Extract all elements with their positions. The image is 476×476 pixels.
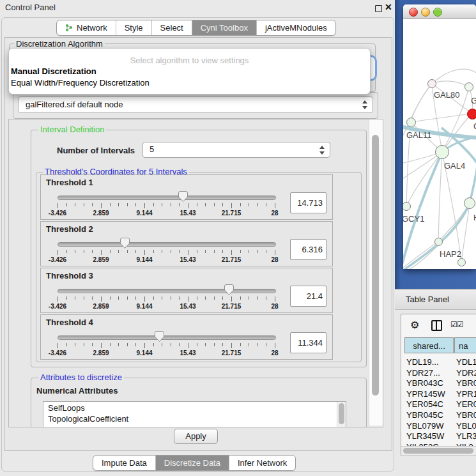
number-of-intervals-spinner[interactable]: 5 xyxy=(142,142,330,158)
dropdown-item-1[interactable]: Equal Width/Frequency Discretization xyxy=(11,78,150,88)
tick-mark xyxy=(266,296,266,300)
tick-mark xyxy=(144,296,145,302)
network-node-gal80[interactable] xyxy=(427,79,436,88)
cyni-bottom-tab-bar: Impute DataDiscretize DataInfer Network xyxy=(93,455,296,471)
tick-mark xyxy=(92,343,93,346)
settings-vertical-scrollbar[interactable] xyxy=(369,119,383,426)
node-label: HAP2 xyxy=(440,249,461,259)
cell-shared-name: YER054C xyxy=(406,399,443,410)
gear-icon[interactable]: ⚙ xyxy=(410,319,419,331)
tick-mark xyxy=(231,343,232,348)
tab-select[interactable]: Select xyxy=(151,20,192,35)
dropdown-item-0[interactable]: Manual Discretization xyxy=(11,66,96,76)
table-row[interactable]: YBR043CYBR0 xyxy=(401,378,476,388)
tab-label: Infer Network xyxy=(238,456,287,470)
network-edges xyxy=(403,19,476,269)
tick-mark xyxy=(257,203,258,206)
network-window-titlebar[interactable] xyxy=(403,4,476,19)
table-row[interactable]: YBL079WYBL0 xyxy=(401,420,476,431)
tick-mark xyxy=(214,203,215,206)
threshold-value-field[interactable]: 11.344 xyxy=(290,332,326,353)
tick-mark xyxy=(84,296,84,300)
node-label: H xyxy=(473,213,476,222)
checkbox-filter-icon[interactable]: ☑☑ xyxy=(450,320,463,329)
network-node-gal4[interactable] xyxy=(435,145,449,159)
slider-track[interactable] xyxy=(58,335,276,340)
threshold-panel-4: Threshold 4-3.4262.8599.14415.4321.71528… xyxy=(40,314,333,360)
network-view-window[interactable]: GAL80GACGAL11GAL4GCY1HHAP2 xyxy=(403,4,476,269)
tab-impute-data[interactable]: Impute Data xyxy=(93,456,155,470)
numerical-attributes-list[interactable]: SelfLoopsTopologicalCoefficientBetweenne… xyxy=(43,401,346,427)
tick-mark xyxy=(171,343,171,346)
tick-mark xyxy=(275,296,275,302)
float-window-icon[interactable] xyxy=(375,5,382,12)
tick-mark xyxy=(231,296,232,302)
tick-mark xyxy=(179,203,180,206)
tick-mark xyxy=(197,343,197,346)
table-horizontal-scrollbar[interactable] xyxy=(401,446,476,455)
attributes-list-scrollbar[interactable] xyxy=(337,402,346,427)
scrollbar-thumb[interactable] xyxy=(372,135,379,395)
list-item[interactable]: TopologicalCoefficient xyxy=(48,414,128,424)
tab-jactivemnodules[interactable]: jActiveMNodules xyxy=(256,20,335,35)
network-node-c[interactable] xyxy=(467,109,476,119)
threshold-label: Threshold 4 xyxy=(46,318,93,327)
threshold-value-field[interactable]: 6.316 xyxy=(290,239,326,260)
numerical-attributes-label: Numerical Attributes xyxy=(36,386,118,395)
network-node-hap2[interactable] xyxy=(434,238,443,246)
network-canvas[interactable]: GAL80GACGAL11GAL4GCY1HHAP2 xyxy=(403,19,476,269)
tab-style[interactable]: Style xyxy=(116,20,151,35)
close-traffic-light-icon[interactable] xyxy=(409,8,418,17)
number-of-intervals-label: Number of Intervals xyxy=(57,146,135,155)
table-data-combobox[interactable]: galFiltered.sif default node xyxy=(18,96,373,113)
tick-mark xyxy=(127,250,128,253)
slider-thumb[interactable] xyxy=(224,284,234,295)
column-header-shared-name[interactable]: shared... xyxy=(404,337,454,353)
tick-mark xyxy=(171,203,171,206)
table-row[interactable]: YDR27...YDR2 xyxy=(401,367,476,378)
threshold-value-field[interactable]: 14.713 xyxy=(290,192,326,213)
tick-mark xyxy=(205,203,206,206)
network-icon xyxy=(65,24,73,32)
apply-button[interactable]: Apply xyxy=(174,429,218,444)
tick-label: 15.43 xyxy=(180,303,196,310)
slider-track[interactable] xyxy=(58,242,276,247)
network-node[interactable] xyxy=(457,258,466,266)
scrollbar-thumb[interactable] xyxy=(403,448,473,454)
tick-mark xyxy=(197,250,197,253)
table-data-combobox-value: galFiltered.sif default node xyxy=(26,100,123,109)
slider-thumb[interactable] xyxy=(155,331,164,342)
list-item[interactable]: SelfLoops xyxy=(48,403,85,413)
network-node-ga[interactable] xyxy=(464,82,473,91)
table-row[interactable]: YBR045CYBR0 xyxy=(401,410,476,420)
table-row[interactable]: YER054CYER0 xyxy=(401,399,476,410)
tick-mark xyxy=(144,343,145,348)
tab-cyni-toolbox[interactable]: Cyni Toolbox xyxy=(192,20,256,35)
list-item[interactable]: BetweennessCentrality xyxy=(48,425,133,427)
table-row[interactable]: YPR145WYPR1 xyxy=(401,388,476,399)
tab-network[interactable]: Network xyxy=(57,20,116,35)
network-node-h[interactable] xyxy=(464,197,475,209)
threshold-value-field[interactable]: 21.4 xyxy=(290,286,326,307)
column-layout-icon[interactable] xyxy=(431,320,442,331)
minimize-traffic-light-icon[interactable] xyxy=(421,8,430,17)
slider-track[interactable] xyxy=(58,196,276,200)
column-header-name[interactable]: na xyxy=(454,337,476,353)
slider-thumb[interactable] xyxy=(120,238,130,249)
threshold-panel-3: Threshold 3-3.4262.8599.14415.4321.71528… xyxy=(40,268,333,313)
tick-mark xyxy=(222,296,223,300)
threshold-label: Threshold 1 xyxy=(46,178,93,187)
cell-shared-name: YBL079W xyxy=(406,420,444,431)
table-row[interactable]: YLR345WYLR3 xyxy=(401,431,476,441)
tick-mark xyxy=(266,343,266,346)
slider-thumb[interactable] xyxy=(178,191,188,202)
tab-infer-network[interactable]: Infer Network xyxy=(229,456,295,470)
close-icon[interactable]: ✕ xyxy=(385,2,392,12)
combobox-updown-icon xyxy=(362,100,367,110)
table-row[interactable]: YDL19...YDL1 xyxy=(401,357,476,367)
network-node-gal11[interactable] xyxy=(406,118,416,127)
slider-track[interactable] xyxy=(58,289,276,293)
tick-mark xyxy=(118,343,119,346)
tab-discretize-data[interactable]: Discretize Data xyxy=(155,456,229,470)
zoom-traffic-light-icon[interactable] xyxy=(433,8,442,17)
